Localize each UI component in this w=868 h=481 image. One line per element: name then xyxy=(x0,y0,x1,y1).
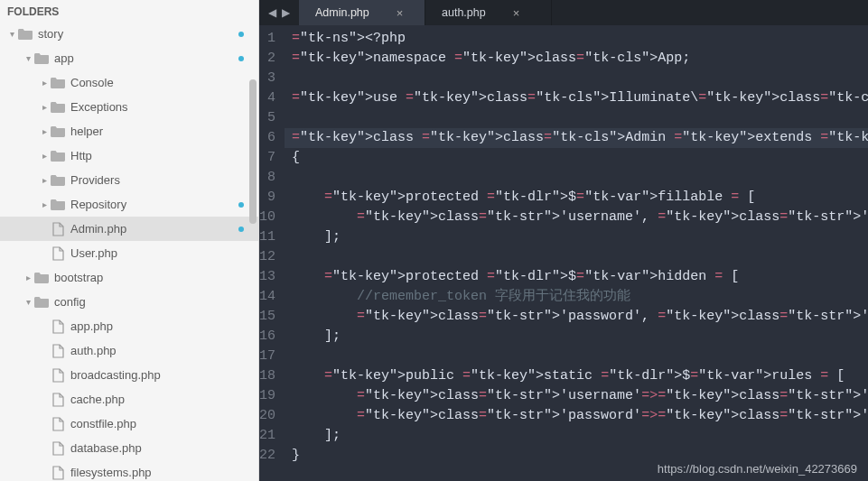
code-line[interactable]: ="tk-key">protected ="tk-dlr">$="tk-var"… xyxy=(292,267,868,287)
nav-right-icon[interactable]: ▶ xyxy=(282,6,290,19)
sidebar-scrollbar-thumb[interactable] xyxy=(249,79,257,224)
tree-item[interactable]: filesystems.php xyxy=(0,460,258,481)
code-line[interactable]: ="tk-key">namespace ="tk-key">class="tk-… xyxy=(292,49,868,69)
tree-item[interactable]: ▸Console xyxy=(0,70,258,95)
line-number[interactable]: 17 xyxy=(259,347,275,366)
watermark: https://blog.csdn.net/weixin_42273669 xyxy=(658,462,857,476)
code-line[interactable]: ]; xyxy=(292,426,868,446)
tree-item[interactable]: ▸helper xyxy=(0,119,258,143)
tree-item[interactable]: ▾app xyxy=(0,46,258,70)
line-number[interactable]: 7 xyxy=(259,148,275,168)
code-line[interactable] xyxy=(292,69,868,88)
line-number[interactable]: 10 xyxy=(259,208,275,227)
tree-item-label: filesystems.php xyxy=(70,466,247,479)
tree-item[interactable]: database.php xyxy=(0,436,258,460)
tree-item[interactable]: ▾config xyxy=(0,290,258,314)
line-number[interactable]: 13 xyxy=(259,267,275,287)
code-line[interactable] xyxy=(292,247,868,267)
close-icon[interactable]: × xyxy=(513,6,520,20)
tree-item[interactable]: ▸Repository xyxy=(0,192,258,217)
chevron-right-icon[interactable]: ▸ xyxy=(40,126,49,136)
tree-item[interactable]: User.php xyxy=(0,241,258,265)
editor-tab[interactable]: Admin.php× xyxy=(299,0,425,25)
line-number[interactable]: 15 xyxy=(259,307,275,327)
tree-item-label: auth.php xyxy=(70,344,247,357)
code-line[interactable]: ]; xyxy=(292,327,868,347)
tree-item[interactable]: ▸Providers xyxy=(0,168,258,192)
code-line[interactable]: ="tk-key">class="tk-str">'username'=>="t… xyxy=(292,386,868,406)
folder-icon xyxy=(51,149,65,163)
chevron-right-icon[interactable]: ▸ xyxy=(23,273,33,282)
line-number[interactable]: 22 xyxy=(259,446,275,466)
tree-item[interactable]: constfile.php xyxy=(0,412,258,436)
editor-tab[interactable]: auth.php× xyxy=(425,0,552,25)
code-line[interactable]: ="tk-key">use ="tk-key">class="tk-cls">I… xyxy=(292,88,868,108)
tree-item[interactable]: Admin.php xyxy=(0,217,258,241)
folder-icon xyxy=(51,198,65,212)
code-line[interactable]: ]; xyxy=(292,227,868,247)
line-number[interactable]: 14 xyxy=(259,287,275,307)
code-line[interactable] xyxy=(292,347,868,366)
code-line[interactable] xyxy=(292,168,868,188)
code-line[interactable] xyxy=(292,108,868,128)
tree-item[interactable]: ▸Exceptions xyxy=(0,95,258,119)
file-icon xyxy=(51,344,65,358)
chevron-down-icon[interactable]: ▾ xyxy=(7,29,16,39)
code-line[interactable]: ="tk-key">class="tk-str">'username', ="t… xyxy=(292,208,868,227)
line-number[interactable]: 5 xyxy=(259,108,275,128)
tree-item[interactable]: ▾story xyxy=(0,22,258,46)
tree-item[interactable]: broadcasting.php xyxy=(0,363,258,387)
chevron-down-icon[interactable]: ▾ xyxy=(23,297,33,307)
chevron-right-icon[interactable]: ▸ xyxy=(40,78,49,88)
code-content[interactable]: ="tk-ns"><?php="tk-key">namespace ="tk-k… xyxy=(285,25,868,481)
code-line[interactable]: ="tk-key">class="tk-str">'password'=>="t… xyxy=(292,406,868,426)
line-number[interactable]: 19 xyxy=(259,386,275,406)
code-line[interactable]: ="tk-key">class="tk-str">'password', ="t… xyxy=(292,307,868,327)
tree-item[interactable]: auth.php xyxy=(0,338,258,363)
line-number[interactable]: 20 xyxy=(259,406,275,426)
tree-item[interactable]: ▸Http xyxy=(0,143,258,168)
line-number[interactable]: 18 xyxy=(259,366,275,386)
tree-item[interactable]: cache.php xyxy=(0,387,258,412)
chevron-down-icon[interactable]: ▾ xyxy=(23,53,33,63)
folder-icon xyxy=(34,51,49,66)
code-line[interactable]: ="tk-key">class ="tk-key">class="tk-cls"… xyxy=(285,128,868,148)
code-line[interactable]: ="tk-key">public ="tk-key">static ="tk-d… xyxy=(292,366,868,386)
tree-item-label: helper xyxy=(70,125,247,138)
chevron-right-icon[interactable]: ▸ xyxy=(40,175,49,185)
line-number[interactable]: 1 xyxy=(259,29,275,49)
code-line[interactable]: //remember_token 字段用于记住我的功能 xyxy=(292,287,868,307)
tree-item[interactable]: app.php xyxy=(0,314,258,338)
code-line[interactable]: { xyxy=(292,148,868,168)
folder-icon xyxy=(34,295,49,310)
close-icon[interactable]: × xyxy=(397,6,404,20)
file-icon xyxy=(51,466,65,480)
tree-item[interactable]: ▸bootstrap xyxy=(0,265,258,290)
code-area[interactable]: 12345678910111213141516171819202122 ="tk… xyxy=(259,25,868,481)
line-number[interactable]: 16 xyxy=(259,327,275,347)
line-number[interactable]: 6 xyxy=(259,128,275,148)
code-line[interactable]: ="tk-ns"><?php xyxy=(292,29,868,49)
chevron-right-icon[interactable]: ▸ xyxy=(40,151,49,161)
nav-left-icon[interactable]: ◀ xyxy=(268,6,276,19)
line-number[interactable]: 4 xyxy=(259,88,275,108)
tree-item-label: Exceptions xyxy=(70,100,247,114)
line-number[interactable]: 11 xyxy=(259,227,275,247)
code-line[interactable]: ="tk-key">protected ="tk-dlr">$="tk-var"… xyxy=(292,188,868,208)
line-number[interactable]: 12 xyxy=(259,247,275,267)
line-number[interactable]: 21 xyxy=(259,426,275,446)
modified-dot-icon xyxy=(238,227,244,232)
tab-nav-arrows[interactable]: ◀ ▶ xyxy=(259,0,299,25)
line-number[interactable]: 2 xyxy=(259,49,275,69)
line-number[interactable]: 8 xyxy=(259,168,275,188)
line-number[interactable]: 3 xyxy=(259,69,275,88)
tree-item-label: cache.php xyxy=(70,393,247,406)
chevron-right-icon[interactable]: ▸ xyxy=(40,102,49,112)
tab-label: auth.php xyxy=(442,6,486,19)
chevron-right-icon[interactable]: ▸ xyxy=(40,199,49,209)
folder-icon xyxy=(34,271,49,285)
line-number[interactable]: 9 xyxy=(259,188,275,208)
file-icon xyxy=(51,368,65,383)
tree-item-label: app.php xyxy=(70,319,247,333)
tree-item-label: User.php xyxy=(70,246,247,260)
